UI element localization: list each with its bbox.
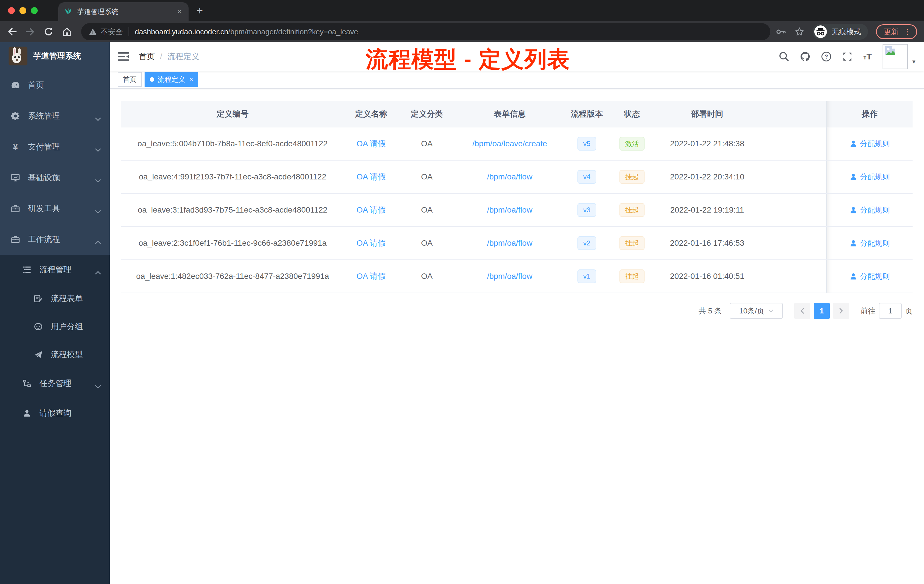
assign-rule-link[interactable]: 分配规则 — [850, 238, 890, 248]
forward-icon[interactable] — [25, 26, 35, 37]
tab-close-icon[interactable]: × — [176, 7, 183, 16]
back-icon[interactable] — [7, 26, 17, 37]
form-info-link[interactable]: /bpm/oa/flow — [487, 239, 533, 248]
hamburger-icon[interactable] — [118, 52, 129, 61]
incognito-label: 无痕模式 — [832, 27, 861, 37]
definition-name-link[interactable]: OA 请假 — [356, 271, 386, 282]
security-label[interactable]: 不安全 — [101, 27, 123, 37]
definition-name-link[interactable]: OA 请假 — [356, 138, 386, 149]
home-icon[interactable] — [62, 26, 72, 37]
app-logo-row[interactable]: 芋道管理系统 — [0, 42, 110, 70]
chevron-right-icon — [839, 308, 843, 314]
chevron-left-icon — [800, 308, 804, 314]
github-icon[interactable] — [800, 51, 810, 62]
sidebar-item-toolbox[interactable]: 工作流程 — [0, 224, 110, 255]
sidebar-item-list-tree[interactable]: 流程管理 — [0, 255, 110, 285]
minimize-window-button[interactable] — [20, 7, 26, 14]
send-icon — [34, 350, 43, 359]
definition-name-link[interactable]: OA 请假 — [356, 205, 386, 215]
tag-active[interactable]: 流程定义× — [145, 72, 198, 87]
sidebar-item-yen[interactable]: ¥支付管理 — [0, 132, 110, 162]
url-host: dashboard.yudao.iocoder.cn — [135, 27, 228, 36]
help-icon[interactable]: ? — [821, 51, 832, 62]
key-icon[interactable] — [776, 27, 786, 36]
window-controls — [0, 0, 46, 21]
user-icon — [22, 409, 31, 418]
bookmark-star-icon[interactable] — [794, 27, 805, 36]
url-path: /bpm/manager/definition?key=oa_leave — [228, 27, 358, 36]
org-tree-icon — [22, 379, 31, 388]
browser-tab[interactable]: 芋道管理系统 × — [58, 2, 188, 21]
person-icon — [850, 272, 857, 280]
annotation-title: 流程模型 - 定义列表 — [366, 45, 570, 74]
sidebar-item-send[interactable]: 流程模型 — [0, 341, 110, 369]
page-size-value: 10条/页 — [739, 306, 764, 316]
status-badge: 激活 — [619, 137, 645, 150]
deploy-time: 2022-01-22 19:19:11 — [654, 194, 760, 226]
svg-text:?: ? — [825, 53, 828, 60]
pagination-page-1[interactable]: 1 — [814, 303, 830, 319]
chevron-down-icon — [95, 114, 101, 118]
definition-id: oa_leave:3:1fad3d93-7b75-11ec-a3c8-acde4… — [121, 194, 344, 226]
assign-rule-link[interactable]: 分配规则 — [850, 205, 890, 215]
pagination: 共 5 条 10条/页 1 — [121, 303, 912, 319]
sidebar-item-doc-edit[interactable]: 流程表单 — [0, 285, 110, 313]
breadcrumb-separator: / — [160, 52, 162, 61]
sidebar-item-toolbox[interactable]: 研发工具 — [0, 193, 110, 224]
column-header: 表单信息 — [455, 101, 564, 127]
navbar-actions: ? тT — [779, 44, 916, 69]
page-size-select[interactable]: 10条/页 — [730, 303, 783, 319]
goto-page-input[interactable] — [879, 303, 902, 319]
version-badge: v1 — [578, 269, 596, 283]
avatar[interactable] — [883, 44, 908, 69]
sidebar-item-gear[interactable]: 系统管理 — [0, 101, 110, 132]
form-info-link[interactable]: /bpm/oa/flow — [487, 205, 533, 214]
column-header: 定义分类 — [398, 101, 455, 127]
person-icon — [850, 173, 857, 181]
assign-rule-link[interactable]: 分配规则 — [850, 139, 890, 149]
font-size-icon[interactable]: тT — [863, 52, 872, 61]
address-bar[interactable]: 不安全 dashboard.yudao.iocoder.cn/bpm/manag… — [81, 23, 770, 40]
breadcrumb-home[interactable]: 首页 — [139, 51, 155, 62]
zoom-window-button[interactable] — [31, 7, 38, 14]
search-icon[interactable] — [779, 51, 789, 62]
sidebar-item-user[interactable]: 请假查询 — [0, 398, 110, 428]
definition-name-link[interactable]: OA 请假 — [356, 238, 386, 249]
close-icon[interactable]: × — [189, 76, 193, 83]
total-count: 共 5 条 — [699, 306, 722, 316]
incognito-icon — [814, 25, 827, 38]
dashboard-icon — [11, 81, 20, 90]
table-header: 定义编号定义名称定义分类表单信息流程版本状态部署时间操作 — [121, 101, 912, 127]
definition-name-link[interactable]: OA 请假 — [356, 172, 386, 182]
chevron-up-icon — [95, 238, 101, 241]
sidebar-item-face[interactable]: 用户分组 — [0, 313, 110, 341]
form-info-link[interactable]: /bpm/oa/flow — [487, 272, 533, 281]
reload-icon[interactable] — [43, 26, 54, 37]
column-header: 流程版本 — [564, 101, 610, 127]
table-row: oa_leave:2:3c1f0ef1-76b1-11ec-9c66-a2380… — [121, 227, 912, 260]
toolbar-right: 无痕模式 更新 ⋮ — [776, 24, 917, 40]
update-browser-button[interactable]: 更新 ⋮ — [876, 24, 917, 39]
pagination-next-button[interactable] — [833, 303, 849, 319]
definitions-table: 定义编号定义名称定义分类表单信息流程版本状态部署时间操作 oa_leave:5:… — [121, 101, 912, 293]
sidebar-item-org-tree[interactable]: 任务管理 — [0, 369, 110, 398]
new-tab-button[interactable]: + — [196, 5, 203, 16]
browser-tab-strip: 芋道管理系统 × + — [0, 0, 924, 21]
deploy-time: 2022-01-16 01:40:51 — [654, 260, 760, 292]
form-info-link[interactable]: /bpm/oa/leave/create — [472, 139, 547, 148]
browser-menu-icon[interactable]: ⋮ — [904, 27, 911, 36]
table-row: oa_leave:1:482ec033-762a-11ec-8477-a2380… — [121, 260, 912, 293]
column-header: 定义编号 — [121, 101, 344, 127]
person-icon — [850, 239, 857, 247]
tag-item[interactable]: 首页 — [118, 72, 142, 87]
user-menu[interactable]: ▾ — [883, 44, 916, 69]
assign-rule-link[interactable]: 分配规则 — [850, 172, 890, 182]
page-unit-label: 页 — [905, 306, 912, 316]
fullscreen-icon[interactable] — [842, 51, 853, 62]
form-info-link[interactable]: /bpm/oa/flow — [487, 172, 533, 181]
sidebar-item-monitor[interactable]: 基础设施 — [0, 162, 110, 193]
assign-rule-link[interactable]: 分配规则 — [850, 271, 890, 281]
pagination-prev-button[interactable] — [794, 303, 810, 319]
sidebar-item-dashboard[interactable]: 首页 — [0, 70, 110, 101]
close-window-button[interactable] — [8, 7, 15, 14]
